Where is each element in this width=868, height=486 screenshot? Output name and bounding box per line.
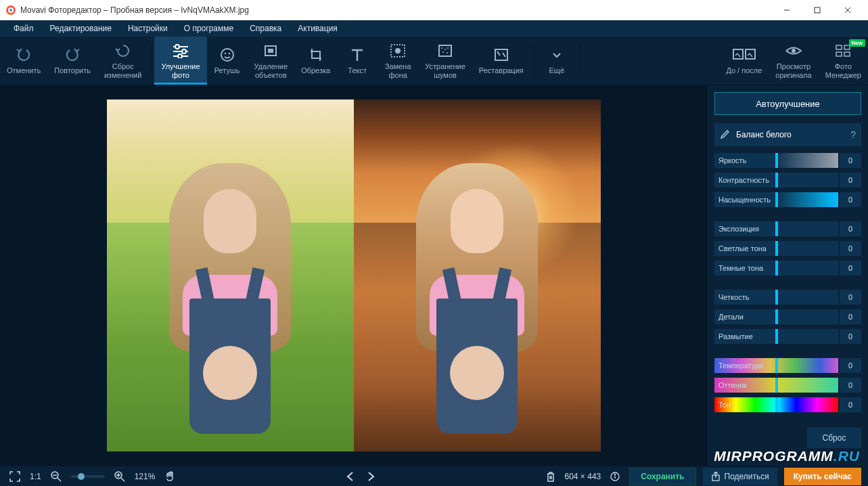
hand-tool-button[interactable] bbox=[162, 468, 178, 485]
save-button[interactable]: Сохранить bbox=[629, 468, 695, 485]
undo-icon bbox=[16, 46, 32, 64]
svg-point-43 bbox=[615, 474, 616, 474]
menu-about[interactable]: О программе bbox=[176, 22, 242, 35]
canvas-area[interactable] bbox=[0, 85, 707, 466]
svg-line-38 bbox=[121, 478, 124, 481]
redo-button[interactable]: Повторить bbox=[47, 37, 97, 85]
more-button[interactable]: Ещё bbox=[536, 37, 577, 85]
menu-activation[interactable]: Активация bbox=[290, 22, 346, 35]
statusbar: 1:1 121% 604 × 443 Сохранить Поделиться … bbox=[0, 466, 868, 486]
svg-rect-17 bbox=[268, 49, 273, 53]
denoise-button[interactable]: Устранение шумов bbox=[418, 37, 472, 85]
hue-value[interactable]: 0 bbox=[840, 397, 861, 412]
slider-group-detail: Четкость0 Детали0 Размытие0 bbox=[714, 288, 861, 347]
reset-button[interactable]: Сброс bbox=[807, 428, 861, 448]
window-title: Movavi Фоторедактор – Пробная версия – I… bbox=[20, 5, 771, 15]
close-button[interactable] bbox=[832, 1, 863, 20]
view-original-button[interactable]: Просмотр оригинала bbox=[769, 37, 818, 85]
titlebar: Movavi Фоторедактор – Пробная версия – I… bbox=[0, 0, 868, 20]
share-button[interactable]: Поделиться bbox=[703, 468, 777, 485]
highlights-slider[interactable]: Светлые тона bbox=[714, 241, 838, 256]
chevron-down-icon bbox=[551, 46, 562, 64]
before-after-button[interactable]: До / после bbox=[719, 37, 769, 85]
sharpness-slider[interactable]: Четкость bbox=[714, 290, 838, 305]
eye-icon bbox=[785, 42, 802, 60]
zoom-in-button[interactable] bbox=[112, 468, 128, 485]
sharpness-value[interactable]: 0 bbox=[840, 290, 861, 305]
new-badge: New bbox=[849, 39, 865, 47]
details-value[interactable]: 0 bbox=[840, 309, 861, 324]
shadows-slider[interactable]: Темные тона bbox=[714, 261, 838, 275]
svg-point-23 bbox=[447, 47, 449, 49]
help-icon[interactable]: ? bbox=[850, 129, 856, 140]
highlights-value[interactable]: 0 bbox=[840, 241, 861, 256]
undo-button[interactable]: Отменить bbox=[0, 37, 47, 85]
auto-enhance-button[interactable]: Автоулучшение bbox=[714, 92, 861, 115]
enhance-button[interactable]: Улучшение фото bbox=[154, 37, 206, 85]
shadows-value[interactable]: 0 bbox=[840, 261, 861, 275]
before-after-view bbox=[107, 100, 601, 451]
contrast-slider[interactable]: Контрастность bbox=[714, 173, 838, 187]
svg-point-19 bbox=[395, 48, 401, 53]
text-button[interactable]: Текст bbox=[337, 37, 378, 85]
fit-label[interactable]: 1:1 bbox=[30, 472, 41, 481]
slider-group-basic: Яркость0 Контрастность0 Насыщенность0 bbox=[714, 152, 861, 211]
zoom-value: 121% bbox=[135, 472, 156, 481]
svg-rect-26 bbox=[495, 49, 507, 60]
reset-icon bbox=[115, 42, 131, 60]
menubar: Файл Редактирование Настройки О программ… bbox=[0, 20, 868, 37]
temperature-value[interactable]: 0 bbox=[840, 358, 861, 373]
maximize-button[interactable] bbox=[802, 1, 832, 20]
noise-icon bbox=[437, 42, 453, 60]
info-button[interactable] bbox=[608, 469, 622, 484]
saturation-slider[interactable]: Насыщенность bbox=[714, 192, 838, 207]
crop-button[interactable]: Обрезка bbox=[294, 37, 337, 85]
brightness-value[interactable]: 0 bbox=[840, 153, 861, 168]
hue-slider[interactable]: Тон bbox=[714, 397, 838, 412]
svg-point-29 bbox=[792, 49, 796, 53]
menu-file[interactable]: Файл bbox=[5, 22, 42, 35]
restore-button[interactable]: Реставрация bbox=[472, 37, 530, 85]
zoom-slider[interactable] bbox=[71, 475, 105, 478]
adjustments-panel: Автоулучшение Баланс белого ? Яркость0 К… bbox=[707, 85, 868, 466]
exposure-slider[interactable]: Экспозиция bbox=[714, 221, 838, 236]
eraser-icon bbox=[262, 42, 279, 60]
minimize-button[interactable] bbox=[771, 1, 802, 20]
buy-button[interactable]: Купить сейчас bbox=[784, 468, 861, 485]
next-button[interactable] bbox=[364, 469, 378, 484]
svg-point-12 bbox=[178, 54, 182, 58]
object-removal-button[interactable]: Удаление объектов bbox=[248, 37, 295, 85]
reset-changes-button[interactable]: Сброс изменений bbox=[97, 37, 148, 85]
fullscreen-button[interactable] bbox=[7, 468, 23, 485]
compare-icon bbox=[733, 46, 756, 64]
blur-slider[interactable]: Размытие bbox=[714, 329, 838, 344]
svg-rect-33 bbox=[844, 52, 850, 56]
image-before bbox=[107, 100, 354, 451]
temperature-slider[interactable]: Температура bbox=[714, 358, 838, 373]
retouch-button[interactable]: Ретушь bbox=[207, 37, 248, 85]
menu-edit[interactable]: Редактирование bbox=[42, 22, 120, 35]
contrast-value[interactable]: 0 bbox=[840, 173, 861, 187]
dimensions-label: 604 × 443 bbox=[565, 472, 601, 481]
svg-point-15 bbox=[228, 53, 230, 55]
saturation-value[interactable]: 0 bbox=[840, 192, 861, 207]
svg-point-8 bbox=[175, 45, 179, 49]
background-button[interactable]: Замена фона bbox=[378, 37, 418, 85]
svg-line-35 bbox=[58, 478, 61, 481]
exposure-value[interactable]: 0 bbox=[840, 221, 861, 236]
zoom-out-button[interactable] bbox=[48, 468, 64, 485]
blur-value[interactable]: 0 bbox=[840, 329, 861, 344]
crop-icon bbox=[308, 46, 324, 64]
brightness-slider[interactable]: Яркость bbox=[714, 153, 838, 168]
svg-rect-30 bbox=[836, 45, 842, 49]
sliders-icon bbox=[172, 42, 189, 60]
white-balance-header[interactable]: Баланс белого ? bbox=[714, 123, 861, 146]
menu-settings[interactable]: Настройки bbox=[120, 22, 176, 35]
details-slider[interactable]: Детали bbox=[714, 309, 838, 324]
tint-slider[interactable]: Оттенок bbox=[714, 378, 838, 393]
prev-button[interactable] bbox=[344, 469, 357, 484]
menu-help[interactable]: Справка bbox=[242, 22, 290, 35]
delete-button[interactable] bbox=[543, 468, 558, 485]
tint-value[interactable]: 0 bbox=[840, 378, 861, 393]
photo-manager-button[interactable]: New Фото Менеджер bbox=[819, 37, 868, 85]
